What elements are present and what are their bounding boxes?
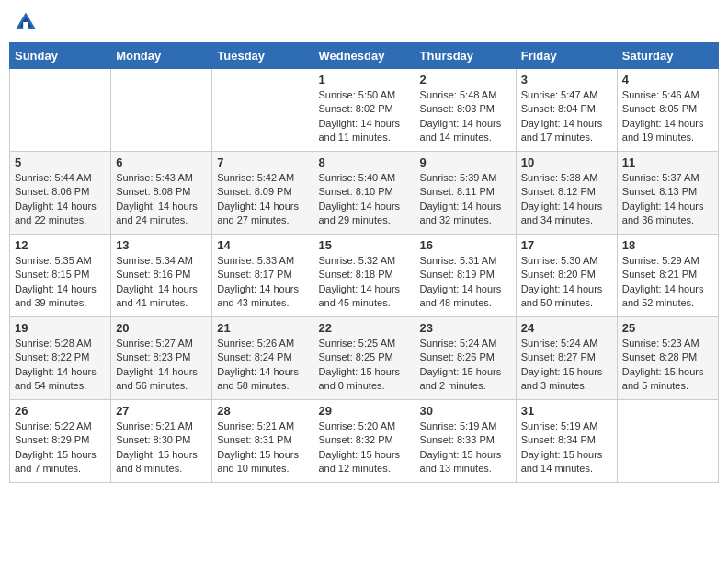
calendar-cell: 27Sunrise: 5:21 AM Sunset: 8:30 PM Dayli… bbox=[111, 400, 212, 483]
day-info: Sunrise: 5:43 AM Sunset: 8:08 PM Dayligh… bbox=[116, 171, 207, 228]
day-info: Sunrise: 5:24 AM Sunset: 8:26 PM Dayligh… bbox=[420, 337, 511, 394]
day-info: Sunrise: 5:33 AM Sunset: 8:17 PM Dayligh… bbox=[217, 254, 308, 311]
day-info: Sunrise: 5:27 AM Sunset: 8:23 PM Dayligh… bbox=[116, 337, 207, 394]
day-info: Sunrise: 5:29 AM Sunset: 8:21 PM Dayligh… bbox=[622, 254, 713, 311]
day-number: 29 bbox=[318, 404, 409, 418]
calendar-cell: 21Sunrise: 5:26 AM Sunset: 8:24 PM Dayli… bbox=[212, 317, 313, 400]
weekday-header-saturday: Saturday bbox=[617, 43, 718, 69]
calendar-cell: 31Sunrise: 5:19 AM Sunset: 8:34 PM Dayli… bbox=[516, 400, 617, 483]
day-number: 2 bbox=[420, 73, 511, 86]
calendar-cell: 9Sunrise: 5:39 AM Sunset: 8:11 PM Daylig… bbox=[415, 152, 516, 235]
calendar-cell: 25Sunrise: 5:23 AM Sunset: 8:28 PM Dayli… bbox=[617, 317, 718, 400]
weekday-header-friday: Friday bbox=[516, 43, 617, 69]
day-info: Sunrise: 5:40 AM Sunset: 8:10 PM Dayligh… bbox=[318, 171, 409, 228]
day-number: 28 bbox=[217, 404, 308, 418]
page-header bbox=[9, 9, 719, 35]
day-info: Sunrise: 5:50 AM Sunset: 8:02 PM Dayligh… bbox=[318, 88, 409, 145]
calendar-cell: 16Sunrise: 5:31 AM Sunset: 8:19 PM Dayli… bbox=[415, 235, 516, 317]
calendar-cell: 14Sunrise: 5:33 AM Sunset: 8:17 PM Dayli… bbox=[212, 235, 313, 317]
calendar-cell: 12Sunrise: 5:35 AM Sunset: 8:15 PM Dayli… bbox=[10, 235, 111, 317]
day-number: 12 bbox=[15, 238, 106, 252]
day-info: Sunrise: 5:25 AM Sunset: 8:25 PM Dayligh… bbox=[318, 337, 409, 394]
logo-icon bbox=[13, 9, 39, 35]
day-info: Sunrise: 5:42 AM Sunset: 8:09 PM Dayligh… bbox=[217, 171, 308, 228]
calendar-cell: 11Sunrise: 5:37 AM Sunset: 8:13 PM Dayli… bbox=[617, 152, 718, 235]
day-number: 9 bbox=[420, 155, 511, 169]
day-number: 31 bbox=[521, 404, 612, 418]
calendar-week-row: 12Sunrise: 5:35 AM Sunset: 8:15 PM Dayli… bbox=[10, 235, 719, 317]
day-number: 16 bbox=[420, 238, 511, 252]
day-number: 7 bbox=[217, 155, 308, 169]
calendar-cell: 22Sunrise: 5:25 AM Sunset: 8:25 PM Dayli… bbox=[313, 317, 415, 400]
calendar-week-row: 19Sunrise: 5:28 AM Sunset: 8:22 PM Dayli… bbox=[10, 317, 719, 400]
day-info: Sunrise: 5:30 AM Sunset: 8:20 PM Dayligh… bbox=[521, 254, 612, 311]
calendar-cell: 13Sunrise: 5:34 AM Sunset: 8:16 PM Dayli… bbox=[111, 235, 212, 317]
day-number: 13 bbox=[116, 238, 207, 252]
day-info: Sunrise: 5:39 AM Sunset: 8:11 PM Dayligh… bbox=[420, 171, 511, 228]
calendar-week-row: 26Sunrise: 5:22 AM Sunset: 8:29 PM Dayli… bbox=[10, 400, 719, 483]
day-number: 21 bbox=[217, 321, 308, 335]
calendar-cell: 18Sunrise: 5:29 AM Sunset: 8:21 PM Dayli… bbox=[617, 235, 718, 317]
day-info: Sunrise: 5:47 AM Sunset: 8:04 PM Dayligh… bbox=[521, 88, 612, 145]
calendar-cell: 17Sunrise: 5:30 AM Sunset: 8:20 PM Dayli… bbox=[516, 235, 617, 317]
svg-rect-2 bbox=[23, 22, 28, 29]
day-info: Sunrise: 5:35 AM Sunset: 8:15 PM Dayligh… bbox=[15, 254, 106, 311]
day-number: 5 bbox=[15, 155, 106, 169]
calendar-week-row: 1Sunrise: 5:50 AM Sunset: 8:02 PM Daylig… bbox=[10, 69, 719, 152]
day-info: Sunrise: 5:22 AM Sunset: 8:29 PM Dayligh… bbox=[15, 419, 106, 477]
day-number: 1 bbox=[318, 73, 409, 86]
calendar-cell: 29Sunrise: 5:20 AM Sunset: 8:32 PM Dayli… bbox=[313, 400, 415, 483]
calendar-cell: 6Sunrise: 5:43 AM Sunset: 8:08 PM Daylig… bbox=[111, 152, 212, 235]
calendar-cell: 8Sunrise: 5:40 AM Sunset: 8:10 PM Daylig… bbox=[313, 152, 415, 235]
day-number: 17 bbox=[521, 238, 612, 252]
calendar-week-row: 5Sunrise: 5:44 AM Sunset: 8:06 PM Daylig… bbox=[10, 152, 719, 235]
day-info: Sunrise: 5:21 AM Sunset: 8:30 PM Dayligh… bbox=[116, 419, 207, 477]
weekday-header-row: SundayMondayTuesdayWednesdayThursdayFrid… bbox=[10, 43, 719, 69]
calendar-cell: 10Sunrise: 5:38 AM Sunset: 8:12 PM Dayli… bbox=[516, 152, 617, 235]
calendar-cell bbox=[212, 69, 313, 152]
calendar-cell: 26Sunrise: 5:22 AM Sunset: 8:29 PM Dayli… bbox=[10, 400, 111, 483]
day-number: 22 bbox=[318, 321, 409, 335]
calendar-cell: 28Sunrise: 5:21 AM Sunset: 8:31 PM Dayli… bbox=[212, 400, 313, 483]
day-info: Sunrise: 5:21 AM Sunset: 8:31 PM Dayligh… bbox=[217, 419, 308, 477]
calendar-cell: 20Sunrise: 5:27 AM Sunset: 8:23 PM Dayli… bbox=[111, 317, 212, 400]
calendar-cell: 4Sunrise: 5:46 AM Sunset: 8:05 PM Daylig… bbox=[617, 69, 718, 152]
day-number: 23 bbox=[420, 321, 511, 335]
weekday-header-tuesday: Tuesday bbox=[212, 43, 313, 69]
day-info: Sunrise: 5:34 AM Sunset: 8:16 PM Dayligh… bbox=[116, 254, 207, 311]
logo bbox=[13, 9, 42, 35]
weekday-header-thursday: Thursday bbox=[415, 43, 516, 69]
calendar-cell: 19Sunrise: 5:28 AM Sunset: 8:22 PM Dayli… bbox=[10, 317, 111, 400]
day-number: 4 bbox=[622, 73, 713, 86]
day-number: 3 bbox=[521, 73, 612, 86]
day-number: 14 bbox=[217, 238, 308, 252]
calendar-cell: 24Sunrise: 5:24 AM Sunset: 8:27 PM Dayli… bbox=[516, 317, 617, 400]
calendar-cell: 3Sunrise: 5:47 AM Sunset: 8:04 PM Daylig… bbox=[516, 69, 617, 152]
calendar-cell: 7Sunrise: 5:42 AM Sunset: 8:09 PM Daylig… bbox=[212, 152, 313, 235]
day-info: Sunrise: 5:28 AM Sunset: 8:22 PM Dayligh… bbox=[15, 337, 106, 394]
calendar-cell: 15Sunrise: 5:32 AM Sunset: 8:18 PM Dayli… bbox=[313, 235, 415, 317]
day-info: Sunrise: 5:48 AM Sunset: 8:03 PM Dayligh… bbox=[420, 88, 511, 145]
day-number: 8 bbox=[318, 155, 409, 169]
day-info: Sunrise: 5:23 AM Sunset: 8:28 PM Dayligh… bbox=[622, 337, 713, 394]
day-info: Sunrise: 5:37 AM Sunset: 8:13 PM Dayligh… bbox=[622, 171, 713, 228]
day-number: 25 bbox=[622, 321, 713, 335]
day-info: Sunrise: 5:46 AM Sunset: 8:05 PM Dayligh… bbox=[622, 88, 713, 145]
day-number: 6 bbox=[116, 155, 207, 169]
calendar-table: SundayMondayTuesdayWednesdayThursdayFrid… bbox=[9, 42, 719, 483]
day-info: Sunrise: 5:24 AM Sunset: 8:27 PM Dayligh… bbox=[521, 337, 612, 394]
calendar-cell bbox=[10, 69, 111, 152]
calendar-cell bbox=[617, 400, 718, 483]
day-info: Sunrise: 5:44 AM Sunset: 8:06 PM Dayligh… bbox=[15, 171, 106, 228]
calendar-cell: 2Sunrise: 5:48 AM Sunset: 8:03 PM Daylig… bbox=[415, 69, 516, 152]
calendar-cell bbox=[111, 69, 212, 152]
day-number: 11 bbox=[622, 155, 713, 169]
day-info: Sunrise: 5:38 AM Sunset: 8:12 PM Dayligh… bbox=[521, 171, 612, 228]
day-info: Sunrise: 5:26 AM Sunset: 8:24 PM Dayligh… bbox=[217, 337, 308, 394]
day-info: Sunrise: 5:32 AM Sunset: 8:18 PM Dayligh… bbox=[318, 254, 409, 311]
weekday-header-monday: Monday bbox=[111, 43, 212, 69]
day-number: 18 bbox=[622, 238, 713, 252]
calendar-cell: 30Sunrise: 5:19 AM Sunset: 8:33 PM Dayli… bbox=[415, 400, 516, 483]
day-info: Sunrise: 5:20 AM Sunset: 8:32 PM Dayligh… bbox=[318, 419, 409, 477]
calendar-cell: 5Sunrise: 5:44 AM Sunset: 8:06 PM Daylig… bbox=[10, 152, 111, 235]
